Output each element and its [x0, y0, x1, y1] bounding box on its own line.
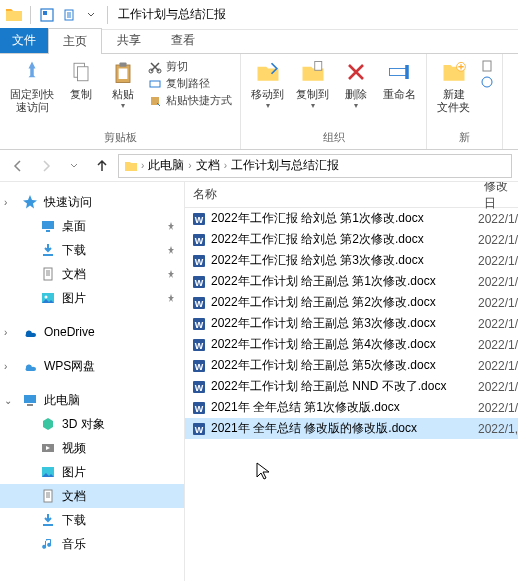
column-date[interactable]: 修改日	[480, 182, 518, 212]
tab-file[interactable]: 文件	[0, 28, 48, 53]
word-file-icon: W	[191, 400, 207, 416]
ribbon-group-clipboard: 固定到快 速访问 复制 粘贴 ▾ 剪切 复制路径	[0, 54, 241, 149]
tab-share[interactable]: 共享	[102, 27, 156, 53]
nav-wps[interactable]: › WPS网盘	[0, 354, 184, 378]
copy-path-button[interactable]: 复制路径	[144, 75, 236, 92]
rename-button[interactable]: 重命名	[377, 56, 422, 103]
chevron-right-icon[interactable]: ›	[4, 197, 14, 208]
nav-label: WPS网盘	[44, 358, 95, 375]
nav-label: 3D 对象	[62, 416, 105, 433]
svg-text:W: W	[195, 257, 204, 267]
back-button[interactable]	[6, 154, 30, 178]
nav-documents[interactable]: 文档	[0, 262, 184, 286]
nav-pictures[interactable]: 图片	[0, 286, 184, 310]
new-folder-button[interactable]: 新建 文件夹	[431, 56, 476, 116]
svg-text:W: W	[195, 383, 204, 393]
file-row[interactable]: W2022年工作汇报 给刘总 第2次修改.docx2022/1/	[185, 229, 518, 250]
crumb-current[interactable]: 工作计划与总结汇报	[229, 157, 341, 174]
chevron-down-icon[interactable]: ⌄	[4, 395, 14, 406]
svg-rect-16	[483, 61, 491, 71]
nav-desktop[interactable]: 桌面	[0, 214, 184, 238]
paste-shortcut-button[interactable]: 粘贴快捷方式	[144, 92, 236, 109]
svg-rect-7	[119, 69, 128, 80]
pin-icon	[166, 269, 176, 279]
pin-button[interactable]: 固定到快 速访问	[4, 56, 60, 116]
chevron-right-icon[interactable]: ›	[141, 160, 144, 171]
file-row[interactable]: W2021年 全年总结 修改版的修改版.docx2022/1,	[185, 418, 518, 439]
word-file-icon: W	[191, 211, 207, 227]
copy-to-button[interactable]: 复制到 ▾	[290, 56, 335, 112]
titlebar: 工作计划与总结汇报	[0, 0, 518, 30]
organize-group-label: 组织	[323, 128, 345, 147]
nav-3d-objects[interactable]: 3D 对象	[0, 412, 184, 436]
clipboard-group-label: 剪贴板	[104, 128, 137, 147]
crumb-this-pc[interactable]: 此电脑	[146, 157, 186, 174]
move-to-label: 移动到	[251, 88, 284, 101]
file-list: 名称 修改日 W2022年工作汇报 给刘总 第1次修改.docx2022/1/W…	[185, 182, 518, 581]
file-row[interactable]: W2022年工作计划 给王副总 第4次修改.docx2022/1/	[185, 334, 518, 355]
list-header: 名称 修改日	[185, 182, 518, 208]
nav-label: 图片	[62, 464, 86, 481]
file-row[interactable]: W2022年工作汇报 给刘总 第1次修改.docx2022/1/	[185, 208, 518, 229]
file-name: 2022年工作计划 给王副总 第1次修改.docx	[211, 273, 474, 290]
nav-downloads-pc[interactable]: 下载	[0, 508, 184, 532]
nav-label: 此电脑	[44, 392, 80, 409]
chevron-down-icon[interactable]	[81, 5, 101, 25]
nav-pictures-pc[interactable]: 图片	[0, 460, 184, 484]
recent-button[interactable]	[62, 154, 86, 178]
separator	[107, 6, 108, 24]
chevron-right-icon[interactable]: ›	[4, 361, 14, 372]
easy-access-button[interactable]	[476, 74, 498, 90]
chevron-right-icon[interactable]: ›	[4, 327, 14, 338]
new-item-button[interactable]	[476, 58, 498, 74]
paste-button[interactable]: 粘贴 ▾	[102, 56, 144, 112]
crumb-documents[interactable]: 文档	[194, 157, 222, 174]
nav-onedrive[interactable]: › OneDrive	[0, 320, 184, 344]
svg-text:W: W	[195, 362, 204, 372]
qat-properties-icon[interactable]	[37, 5, 57, 25]
qat-new-folder-icon[interactable]	[59, 5, 79, 25]
breadcrumb[interactable]: › 此电脑 › 文档 › 工作计划与总结汇报	[118, 154, 512, 178]
file-name: 2021年 全年总结 修改版的修改版.docx	[211, 420, 474, 437]
file-row[interactable]: W2022年工作计划 给王副总 第2次修改.docx2022/1/	[185, 292, 518, 313]
svg-rect-14	[405, 65, 409, 79]
word-file-icon: W	[191, 379, 207, 395]
nav-downloads[interactable]: 下载	[0, 238, 184, 262]
separator	[30, 6, 31, 24]
cut-button[interactable]: 剪切	[144, 58, 236, 75]
word-file-icon: W	[191, 421, 207, 437]
copy-button[interactable]: 复制	[60, 56, 102, 103]
nav-music[interactable]: 音乐	[0, 532, 184, 556]
svg-rect-13	[389, 69, 407, 76]
file-row[interactable]: W2022年工作计划 给王副总 NND 不改了.docx2022/1/	[185, 376, 518, 397]
nav-quick-access[interactable]: › 快速访问	[0, 190, 184, 214]
file-row[interactable]: W2022年工作汇报 给刘总 第3次修改.docx2022/1/	[185, 250, 518, 271]
up-button[interactable]	[90, 154, 114, 178]
explorer-body: › 快速访问 桌面 下载 文档 图片 › OneDrive	[0, 182, 518, 581]
ribbon: 固定到快 速访问 复制 粘贴 ▾ 剪切 复制路径	[0, 54, 518, 150]
nav-videos[interactable]: 视频	[0, 436, 184, 460]
file-date: 2022/1/	[474, 338, 518, 352]
file-row[interactable]: W2021年 全年总结 第1次修改版.docx2022/1/	[185, 397, 518, 418]
nav-this-pc[interactable]: ⌄ 此电脑	[0, 388, 184, 412]
chevron-right-icon[interactable]: ›	[224, 160, 227, 171]
folder-icon	[4, 5, 24, 25]
word-file-icon: W	[191, 358, 207, 374]
chevron-right-icon[interactable]: ›	[188, 160, 191, 171]
file-name: 2022年工作汇报 给刘总 第2次修改.docx	[211, 231, 474, 248]
file-row[interactable]: W2022年工作计划 给王副总 第3次修改.docx2022/1/	[185, 313, 518, 334]
tab-home[interactable]: 主页	[48, 28, 102, 54]
move-to-button[interactable]: 移动到 ▾	[245, 56, 290, 112]
delete-button[interactable]: 删除 ▾	[335, 56, 377, 112]
forward-button[interactable]	[34, 154, 58, 178]
file-date: 2022/1/	[474, 359, 518, 373]
file-row[interactable]: W2022年工作计划 给王副总 第5次修改.docx2022/1/	[185, 355, 518, 376]
file-name: 2022年工作计划 给王副总 第3次修改.docx	[211, 315, 474, 332]
column-name[interactable]: 名称	[185, 186, 480, 203]
ribbon-tabs: 文件 主页 共享 查看	[0, 30, 518, 54]
file-row[interactable]: W2022年工作计划 给王副总 第1次修改.docx2022/1/	[185, 271, 518, 292]
tab-view[interactable]: 查看	[156, 27, 210, 53]
nav-documents-pc[interactable]: 文档	[0, 484, 184, 508]
file-date: 2022/1/	[474, 275, 518, 289]
file-date: 2022/1,	[474, 422, 518, 436]
